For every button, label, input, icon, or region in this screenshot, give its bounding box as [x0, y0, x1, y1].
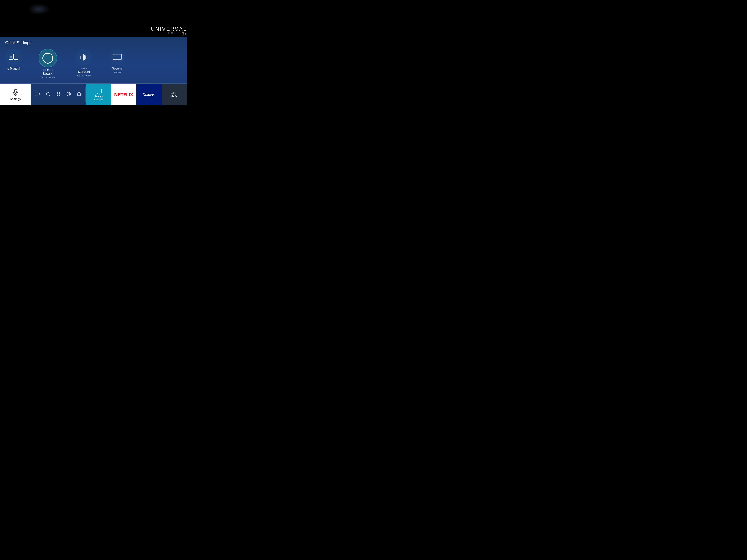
disney-name: Disney: [142, 92, 154, 97]
svg-point-26: [59, 95, 60, 96]
svg-rect-9: [83, 54, 83, 60]
book-icon: e: [9, 53, 18, 61]
dot-2: [45, 70, 46, 71]
taskbar: Settings: [0, 84, 187, 105]
nav-icons-container: [31, 91, 85, 98]
svg-rect-10: [84, 55, 85, 60]
svg-text:e: e: [12, 55, 15, 59]
ambient-icon[interactable]: [66, 91, 71, 98]
source-icon[interactable]: [35, 92, 41, 98]
prime-label: prime video: [171, 92, 177, 97]
receiver-sublabel: Sound: [114, 71, 121, 74]
settings-label: Settings: [10, 98, 21, 101]
sound-mode-icon-circle: [76, 49, 92, 65]
svg-rect-29: [79, 95, 80, 96]
prime-prefix: prime: [171, 92, 177, 94]
picture-mode-sublabel: Picture Mode: [41, 76, 55, 79]
svg-rect-13: [113, 54, 122, 59]
picture-mode-label: Natural: [43, 72, 53, 75]
netflix-label: NETFLIX: [114, 92, 133, 98]
svg-point-17: [14, 91, 17, 93]
svg-rect-18: [35, 92, 39, 95]
svg-point-27: [67, 92, 71, 96]
app-tile-disney[interactable]: Disney+: [136, 84, 161, 105]
dot-4: [49, 70, 51, 71]
svg-point-24: [59, 92, 60, 94]
app-tiles: Live TV Terrestrial NETFLIX Disney+ prim…: [86, 84, 187, 105]
svg-point-28: [68, 93, 70, 95]
live-tv-icon: [95, 89, 102, 94]
dot-3: [47, 69, 49, 71]
receiver-label: Receive: [112, 67, 123, 70]
sound-mode-label: Standard: [78, 70, 90, 74]
disney-label: Disney+: [142, 92, 155, 97]
sound-mode-dots: [81, 68, 87, 69]
app-tile-live-tv[interactable]: Live TV Terrestrial: [86, 84, 111, 105]
sdot-1: [81, 68, 82, 69]
top-background: UNIVERSAL P PRESEN: [0, 0, 187, 37]
svg-rect-8: [81, 55, 82, 60]
screen-reflection: [28, 4, 50, 15]
search-icon[interactable]: [46, 92, 51, 98]
setting-item-picture-mode[interactable]: Natural Picture Mode: [38, 49, 57, 79]
alexa-ring-icon: [43, 53, 53, 63]
svg-point-25: [57, 95, 58, 96]
universal-subtitle: PRESEN: [169, 31, 185, 34]
svg-point-23: [57, 92, 58, 94]
receiver-icon-circle: [109, 49, 126, 65]
live-tv-label: Live TV: [93, 95, 103, 98]
apps-icon[interactable]: [56, 91, 61, 98]
app-tile-prime[interactable]: prime video: [161, 84, 187, 105]
emanual-label: e-Manual: [7, 67, 20, 70]
prime-video: video: [171, 94, 177, 97]
dot-1: [43, 70, 44, 71]
setting-item-receiver[interactable]: Receive Sound: [109, 49, 126, 74]
sound-mode-sublabel: Sound Mode: [77, 74, 91, 77]
picture-mode-dots: [43, 69, 53, 71]
svg-rect-1: [14, 54, 18, 59]
home-icon[interactable]: [77, 91, 82, 98]
svg-line-22: [49, 95, 50, 96]
svg-rect-11: [85, 55, 86, 59]
live-tv-sublabel: Terrestrial: [93, 98, 103, 100]
svg-rect-7: [80, 56, 81, 59]
settings-tile[interactable]: Settings: [0, 84, 31, 105]
sdot-2: [83, 68, 85, 69]
svg-rect-12: [87, 56, 87, 58]
setting-item-emanual[interactable]: e e-Manual: [5, 49, 22, 70]
setting-item-sound-mode[interactable]: Standard Sound Mode: [76, 49, 92, 77]
quick-settings-panel: Quick Settings e e: [0, 37, 187, 105]
settings-icons-row: e e-Manual: [0, 49, 187, 83]
svg-rect-30: [95, 89, 102, 93]
gear-icon: [12, 88, 19, 96]
picture-mode-icon-circle: [38, 49, 57, 68]
display-icon: [113, 54, 122, 60]
app-tile-netflix[interactable]: NETFLIX: [111, 84, 136, 105]
dot-5: [52, 70, 53, 71]
disney-plus: +: [154, 93, 155, 97]
quick-settings-title: Quick Settings: [0, 41, 187, 49]
emanual-icon-circle: e: [5, 49, 22, 65]
sound-waves-icon: [79, 52, 89, 62]
sdot-3: [85, 68, 87, 69]
